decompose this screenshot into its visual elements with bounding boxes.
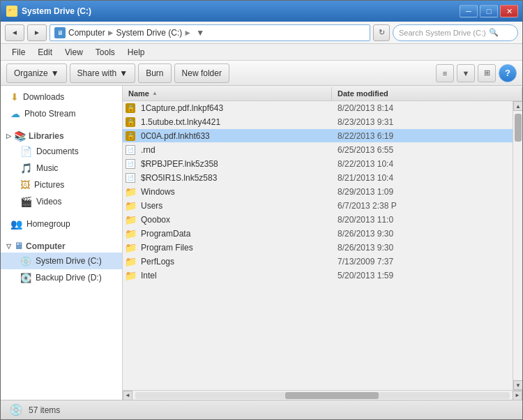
table-row[interactable]: 📁 Users 6/7/2013 2:38 P: [123, 199, 513, 213]
file-name: 0C0A.pdf.lnkht633: [138, 131, 332, 141]
h-scroll-thumb[interactable]: [285, 392, 379, 399]
table-row[interactable]: 📁 ProgramData 8/26/2013 9:30: [123, 227, 513, 241]
col-header-date[interactable]: Date modified: [332, 87, 522, 100]
maximize-button[interactable]: □: [480, 5, 498, 17]
menu-view[interactable]: View: [59, 46, 89, 59]
burn-label: Burn: [146, 68, 163, 78]
share-button[interactable]: Share with ▼: [70, 63, 136, 83]
pictures-icon: 🖼: [20, 179, 30, 190]
table-row[interactable]: 📄 $RO5IR1S.lnk5z583 8/21/2013 10:4: [123, 171, 513, 185]
file-icon-cell: 📁: [123, 256, 138, 267]
sidebar-item-documents[interactable]: 📄 Documents: [1, 143, 122, 160]
file-icon-cell: 📄: [123, 173, 138, 183]
table-row[interactable]: 📄 $RPBJPEF.lnk5z358 8/22/2013 10:4: [123, 157, 513, 171]
organize-button[interactable]: Organize ▼: [6, 63, 67, 83]
sidebar-favorites: ⬇ Downloads ☁ Photo Stream: [1, 86, 122, 125]
view-list-button[interactable]: ≡: [436, 64, 454, 82]
table-row[interactable]: 📁 PerfLogs 7/13/2009 7:37: [123, 255, 513, 269]
file-icon-cell: 📄: [123, 159, 138, 169]
table-row[interactable]: 📁 Program Files 8/26/2013 9:30: [123, 241, 513, 255]
view-dropdown-button[interactable]: ▼: [457, 64, 475, 82]
file-date: 8/26/2013 9:30: [332, 243, 513, 253]
file-name: 1Capture.pdf.lnkpf643: [138, 103, 332, 113]
burn-button[interactable]: Burn: [138, 63, 171, 83]
menu-edit[interactable]: Edit: [32, 46, 58, 59]
help-button[interactable]: ?: [499, 64, 517, 82]
sidebar-item-videos[interactable]: 🎬 Videos: [1, 193, 122, 210]
address-bar: ◄ ► 🖥 Computer ► System Drive (C:) ► ▼ ↻…: [1, 22, 522, 44]
sidebar-item-backup-drive[interactable]: 💽 Backup Drive (D:): [1, 269, 122, 286]
sidebar-item-music[interactable]: 🎵 Music: [1, 160, 122, 177]
breadcrumb-dropdown[interactable]: ▼: [196, 28, 204, 38]
file-name: Qoobox: [138, 215, 332, 225]
table-row[interactable]: 🔒 0C0A.pdf.lnkht633 8/22/2013 6:19: [123, 129, 513, 143]
lock-icon: 🔒: [126, 117, 135, 127]
layout-button[interactable]: ⊞: [478, 64, 496, 82]
sidebar-libraries-header[interactable]: ▷ 📚 Libraries: [1, 128, 122, 143]
file-icon-cell: 📁: [123, 242, 138, 253]
doc-icon: 📄: [126, 145, 135, 155]
col-header-name[interactable]: Name ▲: [123, 87, 332, 100]
file-icon-cell: 📁: [123, 270, 138, 281]
scroll-up-arrow[interactable]: ▲: [513, 101, 522, 111]
sidebar-item-downloads[interactable]: ⬇ Downloads: [1, 89, 122, 105]
new-folder-button[interactable]: New folder: [174, 63, 229, 83]
menu-help[interactable]: Help: [122, 46, 151, 59]
breadcrumb-drive: System Drive (C:): [116, 28, 183, 38]
scroll-left-arrow[interactable]: ◄: [123, 391, 132, 400]
search-icon[interactable]: 🔍: [489, 28, 499, 37]
sidebar-computer-section: ▽ 🖥 Computer 💿 System Drive (C:) 💽 Backu…: [1, 235, 122, 289]
table-row[interactable]: 🔒 1Capture.pdf.lnkpf643 8/20/2013 8:14: [123, 101, 513, 115]
horizontal-scrollbar[interactable]: ◄ ►: [123, 390, 522, 400]
photo-stream-icon: ☁: [10, 108, 20, 119]
table-row[interactable]: 📁 Qoobox 8/20/2013 11:0: [123, 213, 513, 227]
sidebar-item-photo-stream[interactable]: ☁ Photo Stream: [1, 105, 122, 122]
table-row[interactable]: 🔒 1.5utube.txt.lnky4421 8/23/2013 9:31: [123, 115, 513, 129]
new-folder-label: New folder: [182, 68, 222, 78]
computer-icon: 🖥: [14, 241, 23, 251]
vertical-scrollbar[interactable]: ▲ ▼: [513, 101, 522, 390]
folder-icon: 📁: [125, 186, 137, 197]
file-name: Program Files: [138, 243, 332, 253]
file-name: Intel: [138, 271, 332, 280]
table-row[interactable]: 📄 .rnd 6/25/2013 6:55: [123, 143, 513, 157]
sidebar-pictures-label: Pictures: [34, 180, 64, 190]
lock-icon: 🔒: [126, 131, 135, 141]
search-box[interactable]: Search System Drive (C:) 🔍: [393, 24, 518, 41]
scroll-thumb[interactable]: [515, 114, 522, 142]
folder-icon: 📁: [125, 270, 137, 281]
sidebar-homegroup[interactable]: 👥 Homegroup: [1, 216, 122, 232]
scroll-right-arrow[interactable]: ►: [513, 391, 522, 400]
table-row[interactable]: 📁 Intel 5/20/2013 1:59: [123, 269, 513, 283]
file-icon-cell: 🔒: [123, 103, 138, 113]
sidebar-photo-label: Photo Stream: [24, 109, 75, 119]
forward-button[interactable]: ►: [27, 24, 47, 41]
scroll-down-arrow[interactable]: ▼: [513, 380, 522, 390]
file-date: 8/21/2013 10:4: [332, 173, 513, 183]
file-date: 6/25/2013 6:55: [332, 145, 513, 155]
title-bar: 📁 System Drive (C:) ─ □ ✕: [1, 1, 522, 22]
file-icon-cell: 🔒: [123, 131, 138, 141]
sidebar-item-pictures[interactable]: 🖼 Pictures: [1, 177, 122, 193]
toolbar: Organize ▼ Share with ▼ Burn New folder …: [1, 61, 522, 86]
address-path[interactable]: 🖥 Computer ► System Drive (C:) ► ▼: [50, 24, 370, 41]
back-button[interactable]: ◄: [5, 24, 24, 41]
h-scroll-track: [135, 392, 510, 399]
file-icon-cell: 📁: [123, 186, 138, 197]
folder-icon: 📁: [125, 200, 137, 211]
sidebar-item-system-drive[interactable]: 💿 System Drive (C:): [1, 253, 122, 269]
table-row[interactable]: 📁 Windows 8/29/2013 1:09: [123, 185, 513, 199]
refresh-button[interactable]: ↻: [373, 24, 390, 41]
sidebar-documents-label: Documents: [36, 147, 79, 156]
file-date: 8/22/2013 6:19: [332, 131, 513, 141]
sidebar-computer-header[interactable]: ▽ 🖥 Computer: [1, 238, 122, 253]
menu-tools[interactable]: Tools: [90, 46, 121, 59]
breadcrumb: Computer: [68, 28, 105, 38]
minimize-button[interactable]: ─: [460, 5, 478, 17]
sidebar-libraries-section: ▷ 📚 Libraries 📄 Documents 🎵 Music 🖼 Pict…: [1, 125, 122, 213]
file-name: Users: [138, 201, 332, 211]
file-name: PerfLogs: [138, 257, 332, 267]
sidebar-downloads-label: Downloads: [23, 92, 64, 102]
close-button[interactable]: ✕: [500, 5, 518, 17]
menu-file[interactable]: File: [6, 46, 31, 59]
